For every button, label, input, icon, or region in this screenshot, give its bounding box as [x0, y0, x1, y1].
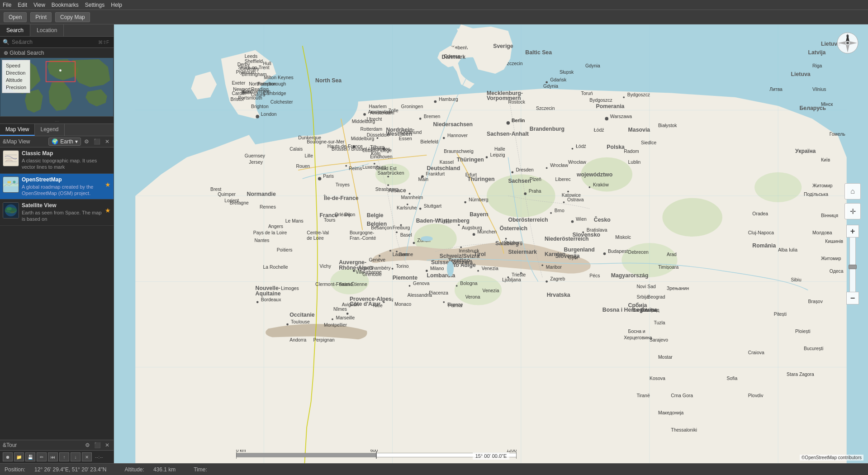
svg-text:Freiburg: Freiburg — [393, 225, 410, 230]
map-view-icon-btn-1[interactable]: ⚙ — [83, 138, 90, 145]
svg-text:Baden-Württemberg: Baden-Württemberg — [416, 218, 470, 224]
tour-icon-btn-2[interactable]: ⬛ — [93, 442, 102, 449]
svg-text:Pitești: Pitești — [774, 312, 787, 317]
svg-point-22 — [10, 211, 14, 214]
svg-point-151 — [541, 264, 543, 266]
map-view-close[interactable]: ✕ — [104, 138, 111, 145]
svg-text:Torino: Torino — [396, 264, 409, 269]
svg-text:Angers: Angers — [268, 224, 283, 229]
tour-close[interactable]: ✕ — [104, 442, 111, 449]
tour-btn-edit[interactable]: ✏ — [37, 452, 47, 461]
zoom-thumb[interactable] — [849, 265, 857, 269]
dropdown-arrow-icon: ▾ — [75, 138, 78, 145]
global-search-label: ⊕ Global Search — [4, 50, 44, 56]
svg-text:Normandie: Normandie — [247, 191, 276, 197]
svg-text:województwo: województwo — [576, 171, 613, 178]
svg-text:Zagreb: Zagreb — [550, 276, 565, 281]
svg-text:Warszawa: Warszawa — [610, 114, 632, 119]
svg-text:Hrvatska: Hrvatska — [547, 292, 570, 298]
svg-point-167 — [374, 163, 375, 165]
print-button[interactable]: Print — [30, 12, 52, 22]
map-area[interactable]: .land { fill: #f0ede4; } .water { fill: … — [114, 24, 868, 463]
svg-point-98 — [396, 232, 398, 233]
svg-text:Bielefeld: Bielefeld — [420, 139, 438, 144]
open-button[interactable]: Open — [4, 12, 27, 22]
layer-item-satellite[interactable]: Satellite View Earth as seen from Space.… — [0, 200, 114, 226]
svg-text:Occitanie: Occitanie — [289, 312, 315, 318]
copy-map-button[interactable]: Copy Map — [55, 12, 90, 22]
svg-text:Nîmes: Nîmes — [333, 307, 347, 312]
svg-text:Cluj-Napoca: Cluj-Napoca — [748, 230, 774, 235]
svg-text:Bristol: Bristol — [231, 97, 244, 102]
layer-desc-satellite: Earth as seen from Space. The map is bas… — [22, 209, 102, 223]
zoom-out-button[interactable]: − — [846, 292, 859, 304]
tour-icon-btn-1[interactable]: ⚙ — [84, 442, 91, 449]
tab-location[interactable]: Location — [30, 24, 64, 36]
svg-text:Brest: Brest — [210, 187, 221, 192]
svg-text:Marseille: Marseille — [336, 315, 355, 320]
svg-text:Saint-Étienne: Saint-Étienne — [339, 281, 367, 287]
svg-text:Île-de-France: Île-de-France — [323, 195, 359, 201]
svg-text:Poitiers: Poitiers — [277, 247, 293, 252]
menu-view[interactable]: View — [33, 2, 45, 8]
svg-text:Białystok: Białystok — [658, 123, 677, 128]
svg-point-112 — [456, 285, 458, 287]
svg-text:Вінниця: Вінниця — [821, 213, 838, 218]
tour-btn-delete[interactable]: ✕ — [82, 452, 92, 461]
menu-help[interactable]: Help — [111, 2, 122, 8]
zoom-direction-pad[interactable]: ✛ — [844, 203, 861, 219]
svg-text:Leipzig: Leipzig — [490, 152, 505, 157]
menu-edit[interactable]: Edit — [18, 2, 27, 8]
svg-text:Česko: Česko — [594, 216, 611, 223]
tour-btn-up[interactable]: ↑ — [59, 452, 69, 461]
menu-bookmarks[interactable]: Bookmarks — [52, 2, 79, 8]
menu-file[interactable]: File — [3, 2, 11, 8]
svg-text:Alba Iulia: Alba Iulia — [778, 247, 797, 252]
global-search-item[interactable]: ⊕ Global Search — [0, 48, 114, 58]
menu-settings[interactable]: Settings — [85, 2, 104, 8]
zoom-home-button[interactable]: ⌂ — [844, 183, 861, 200]
svg-text:Гомель: Гомель — [830, 132, 845, 137]
layer-item-osm[interactable]: OpenStreetMap A global roadmap created b… — [0, 174, 114, 200]
tour-btn-down[interactable]: ↓ — [71, 452, 81, 461]
tab-map-view[interactable]: Map View — [0, 124, 35, 136]
svg-text:Tiranë: Tiranë — [637, 393, 650, 398]
svg-text:Venezia: Venezia — [483, 288, 499, 293]
svg-text:Exeter: Exeter — [232, 81, 246, 86]
svg-point-102 — [389, 250, 391, 252]
svg-text:Oxford: Oxford — [251, 92, 265, 97]
zoom-in-button[interactable]: + — [846, 225, 859, 238]
svg-text:Dijon: Dijon — [345, 212, 356, 217]
svg-text:Bydgoszcz: Bydgoszcz — [627, 92, 650, 97]
svg-text:Bath: Bath — [242, 90, 251, 95]
svg-point-118 — [545, 280, 548, 283]
layer-name-satellite: Satellite View — [22, 202, 102, 209]
tour-btn-save[interactable]: 💾 — [25, 452, 35, 461]
layer-thumb-classic — [3, 150, 19, 166]
zoom-track[interactable] — [849, 238, 856, 292]
search-input[interactable] — [10, 38, 95, 47]
tour-btn-play-prev[interactable]: ⏮ — [48, 452, 58, 461]
earth-selector[interactable]: 🌍 Earth ▾ — [48, 138, 81, 146]
map-view-icon-btn-2[interactable]: ⬛ — [92, 138, 102, 145]
tour-btn-record[interactable]: ⏺ — [3, 452, 13, 461]
svg-text:Bologna: Bologna — [460, 281, 477, 286]
svg-text:Novi Sad: Novi Sad — [637, 284, 656, 289]
tour-btn-folder[interactable]: 📁 — [14, 452, 24, 461]
svg-point-362 — [421, 236, 433, 241]
svg-text:Montpellier: Montpellier — [324, 323, 347, 328]
svg-text:Trieste: Trieste — [512, 272, 526, 277]
svg-text:Magyarország: Magyarország — [611, 272, 649, 279]
tab-legend[interactable]: Legend — [35, 124, 64, 136]
search-shortcut: ⌘⇧F — [95, 39, 112, 46]
layer-desc-classic: A classic topographic map. It uses vecto… — [22, 157, 111, 171]
svg-point-27 — [662, 198, 722, 237]
layer-item-classic[interactable]: Classic Map A classic topographic map. I… — [0, 147, 114, 174]
svg-text:Milton Keynes: Milton Keynes — [264, 75, 293, 80]
svg-point-147 — [563, 201, 565, 203]
svg-point-9 — [59, 69, 62, 71]
svg-text:Reading: Reading — [251, 87, 269, 92]
tab-search[interactable]: Search — [0, 24, 30, 36]
svg-text:Saarbrücken: Saarbrücken — [377, 171, 404, 176]
svg-text:Молдова: Молдова — [812, 230, 832, 235]
